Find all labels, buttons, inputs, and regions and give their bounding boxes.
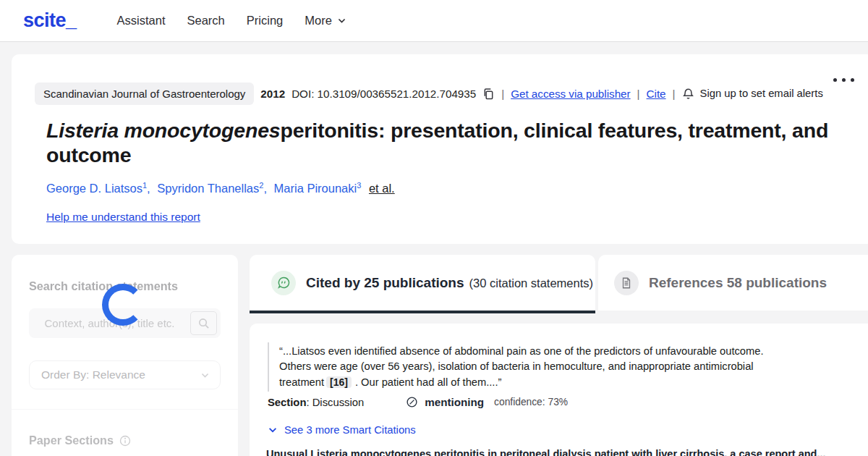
info-icon[interactable] [119, 435, 131, 447]
tab-cited-by[interactable]: Cited by 25 publications(30 citation sta… [250, 255, 595, 311]
et-al-link[interactable]: et al. [369, 182, 395, 195]
divider: | [501, 88, 504, 100]
search-citations-heading: Search citation statements [29, 279, 178, 293]
divider: | [673, 88, 676, 100]
loading-spinner [102, 284, 144, 326]
nav-assistant[interactable]: Assistant [117, 14, 166, 28]
copy-doi-icon[interactable] [482, 88, 495, 100]
mentioning-icon [406, 396, 418, 408]
top-nav-bar: scite_ Assistant Search Pricing More [0, 0, 868, 42]
section-value: : Discussion [306, 397, 364, 408]
get-access-link[interactable]: Get access via publisher [511, 88, 630, 100]
bell-icon [682, 88, 694, 100]
mentioning-badge: mentioning [406, 396, 484, 408]
scite-report-page: scite_ Assistant Search Pricing More Sca… [0, 0, 868, 456]
tab-cited-by-label: Cited by 25 publications(30 citation sta… [306, 275, 593, 291]
author-link[interactable]: Spyridon Thanellas2 [157, 182, 263, 195]
help-understand-link[interactable]: Help me understand this report [46, 211, 200, 224]
email-alerts-label: Sign up to set email alerts [700, 88, 823, 99]
tab-references[interactable]: References 58 publications [598, 255, 868, 311]
email-alerts-button[interactable]: Sign up to set email alerts [682, 88, 823, 100]
cited-by-icon [271, 271, 296, 295]
section-label: Section [268, 397, 306, 408]
citation-statements-panel: “...Liatsos even identified absence of a… [250, 324, 868, 456]
search-icon [197, 317, 210, 329]
order-by-value: Order By: Relevance [41, 368, 200, 381]
scite-logo[interactable]: scite_ [23, 9, 77, 32]
author-link[interactable]: Maria Pirounaki3 [274, 182, 362, 195]
author-link[interactable]: George D. Liatsos1 [46, 182, 147, 195]
paper-meta-row: Scandinavian Journal of Gastroenterology… [35, 82, 823, 105]
see-more-smart-citations[interactable]: See 3 more Smart Citations [268, 424, 416, 436]
tab-references-label: References 58 publications [649, 275, 827, 291]
doi-text: DOI: 10.3109/00365521.2012.704935 [292, 88, 476, 100]
sidebar-divider [12, 409, 238, 410]
citation-meta-row: Section : Discussion mentioning confiden… [268, 396, 568, 408]
references-icon [614, 271, 639, 295]
chevron-down-icon [200, 371, 210, 380]
reference-chip[interactable]: [16] [326, 376, 352, 388]
publication-year: 2012 [260, 88, 285, 100]
journal-chip[interactable]: Scandinavian Journal of Gastroenterology [35, 83, 254, 105]
chevron-down-icon [268, 425, 278, 435]
author-list: George D. Liatsos1, Spyridon Thanellas2,… [46, 180, 395, 195]
search-submit-button[interactable] [190, 311, 217, 335]
paper-sections-heading: Paper Sections [29, 434, 131, 447]
active-tab-indicator [250, 311, 595, 313]
nav-pricing[interactable]: Pricing [247, 14, 283, 28]
cite-link[interactable]: Cite [647, 88, 666, 100]
chevron-down-icon [337, 16, 346, 25]
overflow-menu-icon[interactable] [833, 78, 854, 82]
nav-search[interactable]: Search [187, 14, 225, 28]
nav-more[interactable]: More [305, 14, 346, 28]
order-by-select[interactable]: Order By: Relevance [29, 360, 221, 389]
paper-title: Listeria monocytogenesperitonitis: prese… [46, 118, 849, 167]
main-nav: Assistant Search Pricing More [117, 14, 346, 28]
citing-paper-title[interactable]: Unusual Listeria monocytogenes peritonit… [266, 448, 826, 456]
confidence-value: confidence: 73% [494, 397, 568, 408]
paper-header-card: Scandinavian Journal of Gastroenterology… [12, 54, 868, 244]
citation-quote: “...Liatsos even identified absence of a… [268, 342, 793, 392]
divider: | [637, 88, 640, 100]
